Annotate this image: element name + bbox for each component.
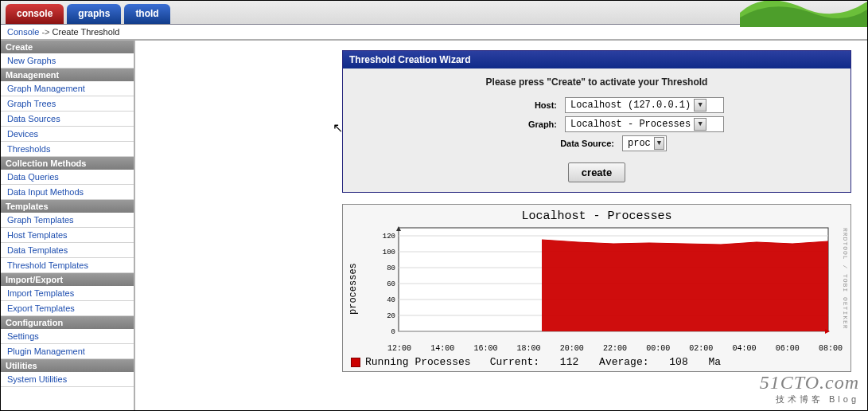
legend-series-name: Running Processes (365, 356, 471, 368)
sidebar-heading: Templates (1, 200, 134, 213)
stat-average-value: 108 (669, 356, 687, 368)
svg-text:0: 0 (391, 328, 395, 336)
stat-current-label: Current: (490, 356, 539, 368)
graph-select[interactable]: Localhost - Processes ▼ (565, 116, 724, 132)
panel-title: Threshold Creation Wizard (343, 51, 850, 68)
tab-graphs[interactable]: graphs (67, 4, 121, 24)
breadcrumb-sep: -> (41, 27, 49, 37)
create-button[interactable]: create (568, 162, 625, 182)
data-source-label: Data Source: (527, 139, 614, 148)
sidebar-heading: Create (1, 41, 134, 53)
sidebar-heading: Import/Export (1, 273, 134, 286)
x-axis-ticks: 12:0014:0016:0018:0020:0022:0000:0002:00… (359, 344, 846, 353)
chart-title: Localhost - Processes (348, 209, 846, 223)
chevron-down-icon: ▼ (654, 137, 664, 150)
stat-max-label: Ma (709, 356, 722, 368)
chart-plot: 020406080100120 (359, 225, 846, 344)
wizard-prompt: Please press "Create" to activate your T… (352, 76, 841, 88)
sidebar-item[interactable]: Data Templates (1, 243, 134, 258)
sidebar-item[interactable]: Plugin Management (1, 344, 134, 359)
chart-legend: Running Processes Current: 112 Average: … (348, 353, 846, 368)
sidebar-heading: Collection Methods (1, 157, 134, 170)
stat-current-value: 112 (560, 356, 578, 368)
svg-text:40: 40 (387, 296, 395, 304)
data-source-value: proc (628, 138, 651, 149)
chart-panel: Localhost - Processes processes 02040608… (342, 204, 851, 372)
svg-text:100: 100 (383, 249, 395, 256)
sidebar-item[interactable]: Data Sources (1, 112, 134, 127)
rrd-credit: RRDTOOL / TOBI OETIKER (842, 228, 849, 330)
sidebar-item[interactable]: Export Templates (1, 301, 134, 316)
svg-text:20: 20 (387, 312, 395, 320)
chevron-down-icon: ▼ (694, 99, 706, 112)
host-select[interactable]: Localhost (127.0.0.1) ▼ (565, 97, 724, 113)
sidebar-item[interactable]: Thresholds (1, 142, 134, 157)
y-axis-label: processes (348, 225, 359, 353)
sidebar-item[interactable]: Graph Management (1, 81, 134, 96)
sidebar-item[interactable]: Graph Templates (1, 213, 134, 228)
tab-thold[interactable]: thold (124, 4, 169, 24)
sidebar-item[interactable]: Devices (1, 127, 134, 142)
host-value: Localhost (127.0.0.1) (570, 100, 691, 111)
breadcrumb: Console -> Create Threshold (1, 25, 867, 41)
sidebar-item[interactable]: Threshold Templates (1, 258, 134, 273)
logo-swoosh (740, 0, 867, 27)
sidebar: CreateNew GraphsManagementGraph Manageme… (1, 41, 135, 411)
svg-text:120: 120 (383, 233, 395, 241)
sidebar-item[interactable]: New Graphs (1, 53, 134, 68)
threshold-wizard-panel: Threshold Creation Wizard Please press "… (342, 50, 851, 193)
top-tabs: console graphs thold (1, 1, 867, 25)
graph-label: Graph: (469, 119, 557, 129)
breadcrumb-current: Create Threshold (53, 27, 120, 37)
tab-console[interactable]: console (6, 4, 64, 24)
breadcrumb-root[interactable]: Console (7, 27, 39, 37)
sidebar-heading: Management (1, 68, 134, 81)
sidebar-item[interactable]: System Utilities (1, 372, 134, 387)
sidebar-heading: Utilities (1, 359, 134, 372)
graph-value: Localhost - Processes (570, 119, 691, 130)
content-area: ↖ Threshold Creation Wizard Please press… (135, 41, 867, 411)
sidebar-item[interactable]: Data Input Methods (1, 185, 134, 200)
sidebar-item[interactable]: Settings (1, 329, 134, 344)
sidebar-item[interactable]: Data Queries (1, 170, 134, 185)
svg-text:80: 80 (387, 264, 395, 272)
data-source-select[interactable]: proc ▼ (622, 135, 667, 151)
host-label: Host: (469, 100, 557, 110)
sidebar-heading: Configuration (1, 316, 134, 329)
sidebar-item[interactable]: Import Templates (1, 286, 134, 301)
stat-average-label: Average: (599, 356, 648, 368)
chevron-down-icon: ▼ (694, 118, 706, 131)
sidebar-item[interactable]: Host Templates (1, 228, 134, 243)
sidebar-item[interactable]: Graph Trees (1, 96, 134, 112)
legend-color-swatch (351, 358, 360, 367)
svg-text:60: 60 (387, 280, 395, 288)
